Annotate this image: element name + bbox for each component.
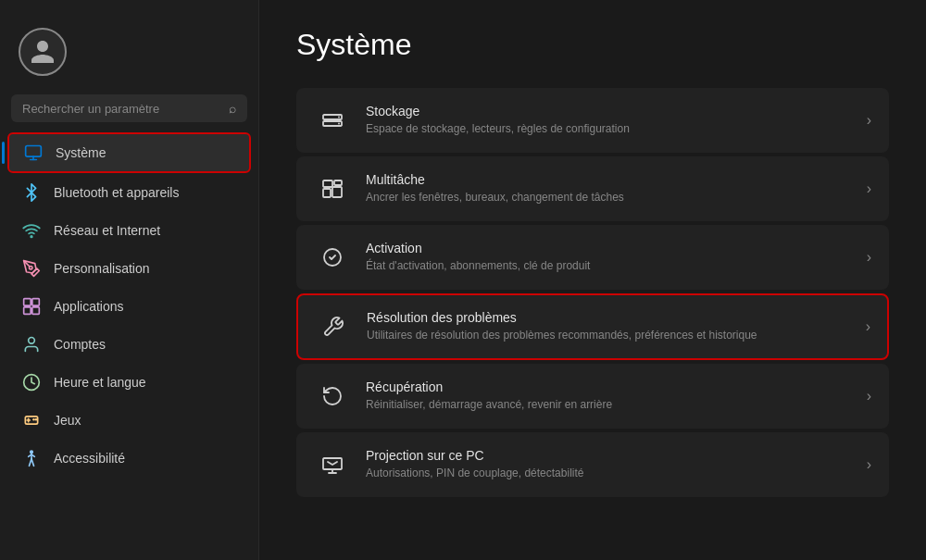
brush-icon <box>22 259 41 278</box>
svg-point-3 <box>31 236 32 238</box>
sidebar-item-label-comptes: Comptes <box>54 337 106 352</box>
sidebar-item-personnalisation[interactable]: Personnalisation <box>7 250 251 287</box>
setting-item-projection[interactable]: Projection sur ce PC Autorisations, PIN … <box>296 432 889 497</box>
setting-item-stockage[interactable]: Stockage Espace de stockage, lecteurs, r… <box>296 88 889 153</box>
svg-point-9 <box>29 338 35 344</box>
chevron-right-icon: › <box>867 456 871 473</box>
sidebar-item-label-applications: Applications <box>54 299 124 314</box>
sidebar-item-accessibilite[interactable]: Accessibilité <box>7 440 251 477</box>
svg-rect-26 <box>332 187 342 197</box>
monitor-icon <box>24 143 43 162</box>
sidebar-item-label-bluetooth: Bluetooth et appareils <box>54 185 179 200</box>
setting-title-stockage: Stockage <box>366 104 867 118</box>
sidebar-item-systeme[interactable]: Système <box>7 132 251 173</box>
setting-title-projection: Projection sur ce PC <box>366 448 867 463</box>
svg-rect-24 <box>334 180 342 185</box>
sidebar-item-label-accessibilite: Accessibilité <box>54 451 125 466</box>
svg-rect-6 <box>32 299 40 306</box>
chevron-right-icon: › <box>867 112 871 129</box>
setting-item-resolution[interactable]: Résolution des problèmes Utilitaires de … <box>296 293 889 360</box>
sidebar-item-label-heure: Heure et langue <box>54 375 146 390</box>
accessibility-icon <box>22 449 41 467</box>
setting-desc-resolution: Utilitaires de résolution des problèmes … <box>367 328 866 343</box>
activation-icon <box>314 239 351 276</box>
sidebar-item-applications[interactable]: Applications <box>7 288 251 325</box>
setting-desc-multitache: Ancrer les fenêtres, bureaux, changement… <box>366 190 867 205</box>
setting-text-activation: Activation État d'activation, abonnement… <box>366 241 867 274</box>
apps-icon <box>22 297 41 316</box>
wrench-icon <box>315 308 352 345</box>
setting-desc-recuperation: Réinitialiser, démarrage avancé, revenir… <box>366 397 867 413</box>
sidebar-item-label-reseau: Réseau et Internet <box>54 223 160 238</box>
setting-text-resolution: Résolution des problèmes Utilitaires de … <box>367 310 866 343</box>
setting-title-multitache: Multitâche <box>366 172 867 187</box>
storage-icon <box>314 102 351 139</box>
person-icon <box>29 38 56 66</box>
sidebar-item-comptes[interactable]: Comptes <box>7 326 251 363</box>
sidebar-nav: Système Bluetooth et appareils Réseau et… <box>0 131 258 478</box>
svg-rect-0 <box>26 146 42 157</box>
svg-rect-25 <box>323 189 331 197</box>
avatar <box>19 28 67 76</box>
setting-title-recuperation: Récupération <box>366 380 867 394</box>
gamepad-icon <box>22 411 41 429</box>
sidebar-item-heure[interactable]: Heure et langue <box>7 364 251 401</box>
svg-rect-5 <box>24 299 31 306</box>
sidebar-item-label-jeux: Jeux <box>54 413 81 428</box>
setting-item-activation[interactable]: Activation État d'activation, abonnement… <box>296 225 889 290</box>
setting-desc-projection: Autorisations, PIN de couplage, détectab… <box>366 466 867 481</box>
chevron-right-icon: › <box>867 249 871 266</box>
setting-title-activation: Activation <box>366 241 867 255</box>
settings-list: Stockage Espace de stockage, lecteurs, r… <box>296 88 889 497</box>
sidebar-item-bluetooth[interactable]: Bluetooth et appareils <box>7 174 251 211</box>
projection-icon <box>314 446 351 483</box>
network-icon <box>22 221 41 240</box>
main-content: Système Stockage Espace de stockage, lec… <box>259 0 926 560</box>
svg-rect-7 <box>24 307 31 315</box>
setting-item-multitache[interactable]: Multitâche Ancrer les fenêtres, bureaux,… <box>296 156 889 221</box>
sidebar-item-label-systeme: Système <box>56 145 106 160</box>
setting-text-multitache: Multitâche Ancrer les fenêtres, bureaux,… <box>366 172 867 205</box>
svg-point-21 <box>338 117 340 118</box>
setting-text-projection: Projection sur ce PC Autorisations, PIN … <box>366 448 867 481</box>
setting-text-recuperation: Récupération Réinitialiser, démarrage av… <box>366 380 867 413</box>
sidebar-item-jeux[interactable]: Jeux <box>7 402 251 439</box>
avatar-area <box>0 19 258 94</box>
recovery-icon <box>314 378 351 415</box>
chevron-right-icon: › <box>867 180 871 197</box>
chevron-right-icon: › <box>866 318 870 335</box>
page-title: Système <box>296 28 889 62</box>
setting-desc-stockage: Espace de stockage, lecteurs, règles de … <box>366 121 867 137</box>
sidebar: ⌕ Système Bluetooth et appareils <box>0 0 259 560</box>
svg-rect-23 <box>323 180 332 187</box>
sidebar-item-reseau[interactable]: Réseau et Internet <box>7 212 251 249</box>
clock-icon <box>22 373 41 392</box>
bluetooth-icon <box>22 183 41 202</box>
setting-title-resolution: Résolution des problèmes <box>367 310 866 325</box>
sidebar-item-label-personnalisation: Personnalisation <box>54 261 150 276</box>
svg-point-15 <box>31 451 33 454</box>
setting-desc-activation: État d'activation, abonnements, clé de p… <box>366 258 867 274</box>
search-input[interactable] <box>22 102 221 116</box>
multitask-icon <box>314 170 351 207</box>
person-icon <box>22 335 41 354</box>
search-box[interactable]: ⌕ <box>11 94 247 122</box>
svg-line-18 <box>31 459 34 467</box>
svg-rect-8 <box>32 307 40 315</box>
setting-text-stockage: Stockage Espace de stockage, lecteurs, r… <box>366 104 867 137</box>
chevron-right-icon: › <box>867 388 871 404</box>
setting-item-recuperation[interactable]: Récupération Réinitialiser, démarrage av… <box>296 364 889 429</box>
search-icon[interactable]: ⌕ <box>229 101 236 116</box>
svg-point-4 <box>30 267 32 269</box>
svg-point-22 <box>338 123 340 125</box>
